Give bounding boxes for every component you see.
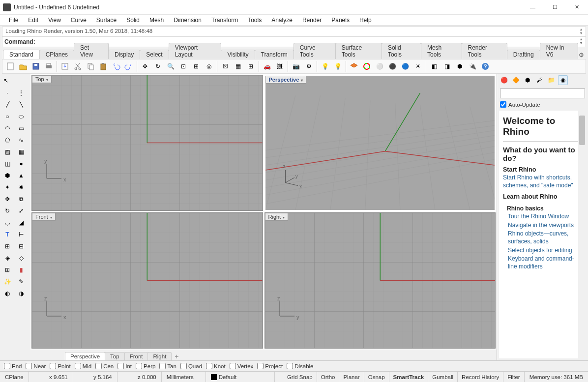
tabs-gear-icon[interactable]: ⚙ (578, 51, 585, 59)
osnap-project[interactable]: Project (257, 363, 283, 369)
osnap-tan[interactable]: Tan (159, 363, 176, 369)
cursor-icon[interactable]: ↖ (1, 76, 11, 86)
viewport-label-top[interactable]: Top▾ (32, 75, 52, 83)
zoom-selected-icon[interactable]: ◎ (203, 60, 215, 72)
scale-icon[interactable]: ⤢ (15, 206, 28, 216)
hide-icon[interactable]: 💡 (319, 60, 331, 72)
circle-icon[interactable]: ○ (1, 111, 14, 122)
render-icon[interactable]: 🖼 (274, 60, 286, 72)
curve-icon[interactable]: ∿ (15, 135, 28, 146)
pencil-icon[interactable]: ✎ (15, 276, 28, 287)
menu-edit[interactable]: Edit (23, 16, 43, 25)
box-icon[interactable]: ▦ (15, 147, 28, 157)
save-icon[interactable] (30, 60, 42, 72)
zoom-extents-icon[interactable]: ⊞ (190, 60, 202, 72)
command-scrollbar[interactable]: ▴▾ (578, 37, 585, 45)
block-edit-icon[interactable]: ◨ (441, 60, 453, 72)
undo-icon[interactable] (110, 60, 122, 72)
tab-mesh-tools[interactable]: Mesh Tools (421, 43, 462, 59)
menu-view[interactable]: View (43, 16, 66, 25)
panel-help-icon[interactable]: ◉ (558, 75, 568, 85)
menu-mesh[interactable]: Mesh (145, 16, 169, 25)
ellipse-icon[interactable]: ⬭ (15, 111, 28, 122)
keyboard-link[interactable]: Keyboard and command-line modifiers (508, 255, 582, 270)
osnap-disable[interactable]: Disable (287, 363, 313, 369)
named-views-icon[interactable]: ☒ (219, 60, 231, 72)
panel-properties-icon[interactable]: 🔴 (499, 75, 509, 85)
block-manager-icon[interactable]: ⬢ (454, 60, 466, 72)
tab-visibility[interactable]: Visibility (221, 50, 255, 59)
four-view-icon[interactable]: ⊞ (245, 60, 257, 72)
vtab-top[interactable]: Top (105, 352, 125, 360)
minimize-button[interactable]: — (522, 0, 544, 15)
status-record-history[interactable]: Record History (458, 372, 503, 382)
tab-display[interactable]: Display (108, 50, 140, 59)
array-icon[interactable]: ⊞ (1, 241, 14, 252)
snapshot-icon[interactable]: 📷 (290, 60, 302, 72)
cut-icon[interactable] (72, 60, 84, 72)
fillet-icon[interactable]: ◡ (1, 217, 14, 228)
osnap-vertex[interactable]: Vertex (230, 363, 254, 369)
layers-icon[interactable] (348, 60, 360, 72)
options-icon[interactable]: ⚙ (303, 60, 315, 72)
tab-standard[interactable]: Standard (3, 50, 40, 59)
zoom-in-icon[interactable]: 🔍 (165, 60, 176, 72)
help-panel-body[interactable]: Welcome to Rhino What do you want to do?… (499, 111, 586, 358)
osnap-perp[interactable]: Perp (136, 363, 155, 369)
copy-icon[interactable] (85, 60, 96, 72)
tour-link[interactable]: Tour the Rhino Window (508, 213, 582, 221)
select-link[interactable]: Select objects for editing (508, 247, 582, 255)
surface-icon[interactable]: ▨ (1, 147, 14, 157)
group-icon[interactable]: ◈ (1, 253, 14, 264)
sphere-icon[interactable]: ● (15, 158, 28, 169)
tab-transform[interactable]: Transform (255, 50, 294, 59)
status-cplane[interactable]: CPlane (0, 372, 29, 382)
shade-icon[interactable]: ◐ (1, 288, 14, 299)
texture-icon[interactable]: ⚫ (386, 60, 398, 72)
menu-analyze[interactable]: Analyze (266, 16, 297, 25)
osnap-knot[interactable]: Knot (206, 363, 226, 369)
sun-icon[interactable]: ☀ (412, 60, 424, 72)
viewport-top[interactable]: Top▾ yx (31, 75, 263, 211)
environment-icon[interactable]: 🔵 (399, 60, 411, 72)
help-icon[interactable]: ? (479, 60, 491, 72)
open-icon[interactable] (17, 60, 29, 72)
paste-icon[interactable] (97, 60, 109, 72)
menu-file[interactable]: File (4, 16, 23, 25)
cplane-icon[interactable]: ▦ (232, 60, 244, 72)
osnap-quad[interactable]: Quad (180, 363, 202, 369)
tab-new-in-v6[interactable]: New in V6 (540, 43, 578, 59)
tab-render-tools[interactable]: Render Tools (462, 43, 507, 59)
menu-curve[interactable]: Curve (66, 16, 91, 25)
rectangle-icon[interactable]: ▭ (15, 123, 28, 134)
rotate-view-icon[interactable]: ↻ (152, 60, 164, 72)
explosion-icon[interactable]: ✸ (15, 182, 28, 193)
vtab-front[interactable]: Front (124, 352, 148, 360)
plugin-icon[interactable]: 🔌 (467, 60, 478, 72)
pan-icon[interactable]: ✥ (139, 60, 151, 72)
objects-link[interactable]: Rhino objects—curves, surfaces, solids (508, 230, 582, 245)
align-icon[interactable]: ⊟ (15, 241, 28, 252)
menu-tools[interactable]: Tools (243, 16, 266, 25)
add-viewport-tab[interactable]: + (171, 353, 182, 360)
chamfer-icon[interactable]: ◢ (15, 217, 28, 228)
zoom-window-icon[interactable]: ⊡ (177, 60, 189, 72)
text-icon[interactable]: T (1, 229, 14, 240)
rotate-icon[interactable]: ↻ (1, 206, 14, 216)
tab-select[interactable]: Select (140, 50, 169, 59)
tab-surface-tools[interactable]: Surface Tools (335, 43, 382, 59)
viewport-front[interactable]: Front▾ zx (31, 212, 263, 349)
solid-box-icon[interactable]: ◫ (1, 158, 14, 169)
status-smarttrack[interactable]: SmartTrack (389, 372, 429, 382)
move-icon[interactable]: ✥ (1, 194, 14, 205)
status-layer[interactable]: Default (206, 372, 275, 382)
color-wheel-icon[interactable] (361, 60, 373, 72)
menu-render[interactable]: Render (297, 16, 326, 25)
tab-curve-tools[interactable]: Curve Tools (294, 43, 336, 59)
wireframe-icon[interactable]: ◑ (15, 288, 28, 299)
status-ortho[interactable]: Ortho (317, 372, 340, 382)
panel-search-input[interactable] (500, 88, 585, 98)
render-preview-icon[interactable]: 🚗 (261, 60, 273, 72)
tab-setview[interactable]: Set View (74, 43, 109, 59)
grid-icon[interactable]: ⊞ (1, 264, 14, 275)
